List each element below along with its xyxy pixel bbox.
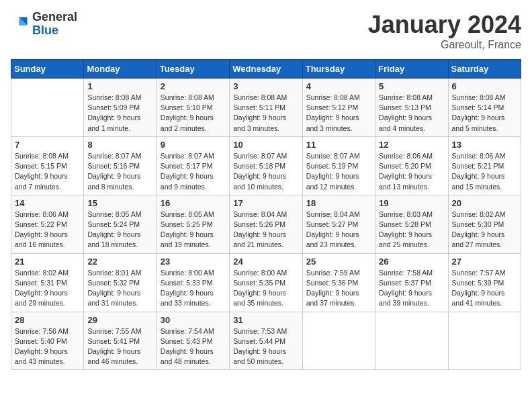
day-number: 18 bbox=[306, 198, 371, 208]
calendar-cell: 4Sunrise: 8:08 AMSunset: 5:12 PMDaylight… bbox=[302, 79, 375, 137]
calendar-header: SundayMondayTuesdayWednesdayThursdayFrid… bbox=[11, 60, 521, 79]
day-info: Sunrise: 8:08 AMSunset: 5:15 PMDaylight:… bbox=[15, 151, 80, 192]
calendar-cell: 10Sunrise: 8:07 AMSunset: 5:18 PMDayligh… bbox=[230, 136, 302, 195]
weekday-header-saturday: Saturday bbox=[448, 60, 521, 79]
day-info: Sunrise: 7:54 AMSunset: 5:43 PMDaylight:… bbox=[161, 326, 226, 367]
day-number: 9 bbox=[161, 140, 226, 150]
calendar-cell: 3Sunrise: 8:08 AMSunset: 5:11 PMDaylight… bbox=[230, 79, 302, 137]
day-info: Sunrise: 8:06 AMSunset: 5:21 PMDaylight:… bbox=[452, 151, 517, 192]
calendar-cell: 5Sunrise: 8:08 AMSunset: 5:13 PMDaylight… bbox=[375, 79, 448, 137]
calendar-table: SundayMondayTuesdayWednesdayThursdayFrid… bbox=[11, 59, 521, 370]
day-info: Sunrise: 8:08 AMSunset: 5:10 PMDaylight:… bbox=[161, 93, 226, 134]
calendar-week-row: 14Sunrise: 8:06 AMSunset: 5:22 PMDayligh… bbox=[11, 195, 521, 253]
calendar-week-row: 7Sunrise: 8:08 AMSunset: 5:15 PMDaylight… bbox=[11, 136, 521, 195]
day-info: Sunrise: 8:06 AMSunset: 5:20 PMDaylight:… bbox=[379, 151, 444, 192]
day-info: Sunrise: 7:57 AMSunset: 5:39 PMDaylight:… bbox=[452, 268, 517, 309]
calendar-cell: 11Sunrise: 8:07 AMSunset: 5:19 PMDayligh… bbox=[302, 136, 375, 195]
day-number: 13 bbox=[452, 140, 517, 150]
day-info: Sunrise: 7:55 AMSunset: 5:41 PMDaylight:… bbox=[87, 326, 152, 367]
calendar-cell: 29Sunrise: 7:55 AMSunset: 5:41 PMDayligh… bbox=[84, 312, 157, 370]
day-number: 26 bbox=[379, 257, 444, 267]
logo-icon bbox=[11, 15, 30, 34]
calendar-week-row: 1Sunrise: 8:08 AMSunset: 5:09 PMDaylight… bbox=[11, 79, 521, 137]
calendar-week-row: 28Sunrise: 7:56 AMSunset: 5:40 PMDayligh… bbox=[11, 312, 521, 370]
day-number: 17 bbox=[233, 198, 298, 208]
calendar-cell: 27Sunrise: 7:57 AMSunset: 5:39 PMDayligh… bbox=[448, 253, 521, 312]
day-number: 6 bbox=[452, 81, 517, 91]
weekday-header-sunday: Sunday bbox=[11, 60, 84, 79]
day-info: Sunrise: 8:07 AMSunset: 5:16 PMDaylight:… bbox=[87, 151, 152, 192]
day-number: 12 bbox=[379, 140, 444, 150]
day-info: Sunrise: 7:56 AMSunset: 5:40 PMDaylight:… bbox=[15, 326, 80, 367]
day-number: 29 bbox=[87, 315, 152, 325]
calendar-cell: 21Sunrise: 8:02 AMSunset: 5:31 PMDayligh… bbox=[11, 253, 84, 312]
day-number: 24 bbox=[233, 257, 298, 267]
calendar-cell: 31Sunrise: 7:53 AMSunset: 5:44 PMDayligh… bbox=[230, 312, 302, 370]
calendar-cell: 14Sunrise: 8:06 AMSunset: 5:22 PMDayligh… bbox=[11, 195, 84, 253]
day-info: Sunrise: 8:07 AMSunset: 5:17 PMDaylight:… bbox=[161, 151, 226, 192]
calendar-cell: 28Sunrise: 7:56 AMSunset: 5:40 PMDayligh… bbox=[11, 312, 84, 370]
day-info: Sunrise: 8:08 AMSunset: 5:11 PMDaylight:… bbox=[233, 93, 298, 134]
calendar-cell: 23Sunrise: 8:00 AMSunset: 5:33 PMDayligh… bbox=[157, 253, 229, 312]
calendar-cell: 16Sunrise: 8:05 AMSunset: 5:25 PMDayligh… bbox=[157, 195, 229, 253]
calendar-cell: 1Sunrise: 8:08 AMSunset: 5:09 PMDaylight… bbox=[84, 79, 157, 137]
calendar-cell: 9Sunrise: 8:07 AMSunset: 5:17 PMDaylight… bbox=[157, 136, 229, 195]
day-info: Sunrise: 8:07 AMSunset: 5:19 PMDaylight:… bbox=[306, 151, 371, 192]
calendar-cell: 18Sunrise: 8:04 AMSunset: 5:27 PMDayligh… bbox=[302, 195, 375, 253]
page-header: General Blue January 2024 Gareoult, Fran… bbox=[11, 11, 521, 51]
day-number: 30 bbox=[161, 315, 226, 325]
weekday-header-monday: Monday bbox=[84, 60, 157, 79]
day-number: 22 bbox=[87, 257, 152, 267]
day-number: 10 bbox=[233, 140, 298, 150]
day-number: 11 bbox=[306, 140, 371, 150]
calendar-cell: 25Sunrise: 7:59 AMSunset: 5:36 PMDayligh… bbox=[302, 253, 375, 312]
calendar-cell bbox=[11, 79, 84, 137]
day-number: 3 bbox=[233, 81, 298, 91]
day-number: 15 bbox=[87, 198, 152, 208]
day-info: Sunrise: 8:05 AMSunset: 5:25 PMDaylight:… bbox=[161, 210, 226, 250]
weekday-header-row: SundayMondayTuesdayWednesdayThursdayFrid… bbox=[11, 60, 521, 79]
calendar-cell bbox=[375, 312, 448, 370]
calendar-cell: 8Sunrise: 8:07 AMSunset: 5:16 PMDaylight… bbox=[84, 136, 157, 195]
calendar-cell: 20Sunrise: 8:02 AMSunset: 5:30 PMDayligh… bbox=[448, 195, 521, 253]
day-number: 25 bbox=[306, 257, 371, 267]
day-info: Sunrise: 8:08 AMSunset: 5:14 PMDaylight:… bbox=[452, 93, 517, 134]
day-number: 2 bbox=[161, 81, 226, 91]
day-info: Sunrise: 8:00 AMSunset: 5:35 PMDaylight:… bbox=[233, 268, 298, 309]
calendar-cell: 15Sunrise: 8:05 AMSunset: 5:24 PMDayligh… bbox=[84, 195, 157, 253]
calendar-cell: 26Sunrise: 7:58 AMSunset: 5:37 PMDayligh… bbox=[375, 253, 448, 312]
calendar-title: January 2024 bbox=[368, 11, 521, 39]
day-info: Sunrise: 8:02 AMSunset: 5:31 PMDaylight:… bbox=[15, 268, 80, 309]
day-number: 16 bbox=[161, 198, 226, 208]
logo-general-text: General bbox=[32, 11, 77, 24]
calendar-cell: 6Sunrise: 8:08 AMSunset: 5:14 PMDaylight… bbox=[448, 79, 521, 137]
calendar-subtitle: Gareoult, France bbox=[368, 39, 521, 51]
calendar-cell: 7Sunrise: 8:08 AMSunset: 5:15 PMDaylight… bbox=[11, 136, 84, 195]
weekday-header-wednesday: Wednesday bbox=[230, 60, 302, 79]
calendar-cell: 17Sunrise: 8:04 AMSunset: 5:26 PMDayligh… bbox=[230, 195, 302, 253]
day-info: Sunrise: 8:04 AMSunset: 5:26 PMDaylight:… bbox=[233, 210, 298, 250]
day-number: 4 bbox=[306, 81, 371, 91]
calendar-body: 1Sunrise: 8:08 AMSunset: 5:09 PMDaylight… bbox=[11, 79, 521, 370]
logo-text: General Blue bbox=[32, 11, 77, 38]
day-number: 19 bbox=[379, 198, 444, 208]
calendar-cell: 24Sunrise: 8:00 AMSunset: 5:35 PMDayligh… bbox=[230, 253, 302, 312]
day-info: Sunrise: 8:02 AMSunset: 5:30 PMDaylight:… bbox=[452, 210, 517, 250]
day-number: 7 bbox=[15, 140, 80, 150]
day-info: Sunrise: 8:07 AMSunset: 5:18 PMDaylight:… bbox=[233, 151, 298, 192]
calendar-cell bbox=[448, 312, 521, 370]
day-number: 14 bbox=[15, 198, 80, 208]
title-block: January 2024 Gareoult, France bbox=[368, 11, 521, 51]
weekday-header-friday: Friday bbox=[375, 60, 448, 79]
day-info: Sunrise: 7:53 AMSunset: 5:44 PMDaylight:… bbox=[233, 326, 298, 367]
day-info: Sunrise: 8:06 AMSunset: 5:22 PMDaylight:… bbox=[15, 210, 80, 250]
day-number: 28 bbox=[15, 315, 80, 325]
day-number: 27 bbox=[452, 257, 517, 267]
weekday-header-thursday: Thursday bbox=[302, 60, 375, 79]
calendar-week-row: 21Sunrise: 8:02 AMSunset: 5:31 PMDayligh… bbox=[11, 253, 521, 312]
calendar-cell: 13Sunrise: 8:06 AMSunset: 5:21 PMDayligh… bbox=[448, 136, 521, 195]
day-number: 20 bbox=[452, 198, 517, 208]
day-info: Sunrise: 8:04 AMSunset: 5:27 PMDaylight:… bbox=[306, 210, 371, 250]
day-info: Sunrise: 8:01 AMSunset: 5:32 PMDaylight:… bbox=[87, 268, 152, 309]
day-number: 31 bbox=[233, 315, 298, 325]
